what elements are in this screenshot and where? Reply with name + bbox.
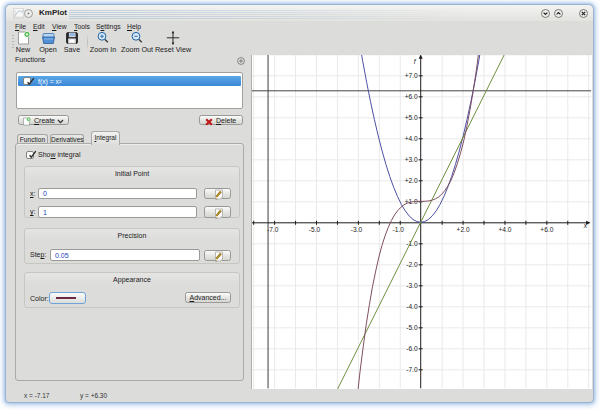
- svg-text:-7.0: -7.0: [406, 366, 418, 373]
- svg-text:+3.0: +3.0: [405, 156, 418, 163]
- svg-text:-5.0: -5.0: [406, 324, 418, 331]
- svg-text:+7.0: +7.0: [405, 72, 418, 79]
- svg-text:+4.0: +4.0: [498, 226, 511, 233]
- svg-text:-5.0: -5.0: [309, 226, 321, 233]
- svg-text:-1.0: -1.0: [406, 240, 418, 247]
- svg-text:+6.0: +6.0: [405, 93, 418, 100]
- svg-text:+2.0: +2.0: [457, 226, 470, 233]
- svg-text:-4.0: -4.0: [406, 303, 418, 310]
- svg-text:+5.0: +5.0: [405, 114, 418, 121]
- svg-text:-3.0: -3.0: [406, 282, 418, 289]
- svg-text:f: f: [414, 58, 417, 65]
- svg-text:-2.0: -2.0: [406, 261, 418, 268]
- svg-text:-6.0: -6.0: [406, 345, 418, 352]
- svg-text:-1.0: -1.0: [393, 226, 405, 233]
- svg-text:+2.0: +2.0: [405, 177, 418, 184]
- svg-text:+4.0: +4.0: [405, 135, 418, 142]
- svg-text:x: x: [583, 222, 588, 229]
- svg-text:+6.0: +6.0: [540, 226, 553, 233]
- svg-text:-7.0: -7.0: [267, 226, 279, 233]
- svg-text:-3.0: -3.0: [351, 226, 363, 233]
